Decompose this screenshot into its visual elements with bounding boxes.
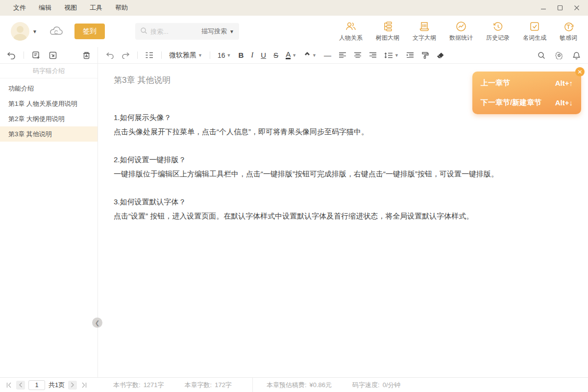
page-navigation: 共1页 <box>0 380 99 390</box>
cloud-sync-icon[interactable] <box>48 25 64 37</box>
chapter-item-1[interactable]: 第1章 人物关系使用说明 <box>0 96 98 111</box>
window-controls <box>536 1 588 14</box>
font-family-select[interactable]: 微软雅黑▼ <box>169 51 202 60</box>
chapter-shortcut-popup: ✕ 上一章节 Alt+↑ 下一章节/新建章节 Alt+↓ <box>472 72 581 114</box>
strikethrough-button[interactable]: S <box>273 51 278 59</box>
font-color-button[interactable]: A▼ <box>286 51 296 59</box>
search-box: 描写搜索 ▼ <box>135 23 239 40</box>
editor-paragraph: 3.如何设置默认字体？ <box>114 195 557 209</box>
menu-edit[interactable]: 编辑 <box>32 3 58 12</box>
font-size-select[interactable]: 16▼ <box>218 51 231 59</box>
search-mode-dropdown[interactable]: 描写搜索 ▼ <box>196 27 234 36</box>
eraser-icon[interactable] <box>436 52 444 59</box>
format-painter-icon[interactable] <box>421 51 429 59</box>
main-area: 码字猫介绍 功能介绍 第1章 人物关系使用说明 第2章 大纲使用说明 第3章 其… <box>0 64 588 377</box>
editor-paragraph: 2.如何设置一键排版？ <box>114 152 557 167</box>
statusbar-stats: 本书字数:1271字 本章字数:172字 本章预估稿费:¥0.86元 码字速度:… <box>113 378 421 392</box>
new-chapter-icon[interactable] <box>32 51 41 60</box>
notification-bell-icon[interactable] <box>573 51 580 59</box>
maximize-icon[interactable] <box>553 1 567 14</box>
page-number-input[interactable] <box>28 380 45 390</box>
chapter-item-2[interactable]: 第2章 大纲使用说明 <box>0 111 98 126</box>
underline-button[interactable]: U <box>261 51 266 59</box>
first-page-icon[interactable] <box>6 382 13 388</box>
avatar[interactable] <box>11 22 29 41</box>
chevron-down-icon: ▼ <box>229 29 234 34</box>
search-icon <box>140 27 147 36</box>
shortcut-key: Alt+↓ <box>555 98 573 107</box>
search-input[interactable] <box>150 28 196 35</box>
titlebar: 文件 编辑 视图 工具 帮助 <box>0 0 588 16</box>
avatar-dropdown-icon[interactable]: ▼ <box>32 29 37 34</box>
line-height-button[interactable]: ▼ <box>384 52 399 59</box>
popup-close-icon[interactable]: ✕ <box>575 67 585 76</box>
book-title: 码字猫介绍 <box>0 64 98 78</box>
last-page-icon[interactable] <box>80 382 87 388</box>
stat-divider <box>252 378 253 392</box>
one-click-typeset-icon[interactable] <box>145 51 154 59</box>
minimize-icon[interactable] <box>536 1 551 14</box>
feature-history[interactable]: 历史记录 <box>486 21 510 42</box>
people-icon <box>345 21 357 32</box>
sidebar-toolbar <box>0 47 98 63</box>
feature-character-relations[interactable]: 人物关系 <box>339 21 363 42</box>
feature-sensitive-words[interactable]: 敏感词 <box>560 21 577 42</box>
menu-view[interactable]: 视图 <box>58 3 83 12</box>
editor-paragraph: 一键排版位于编辑区上方编辑工具栏中，点击“一键排版”按钮可完成排版，右键点击“一… <box>114 167 557 181</box>
feature-text-outline[interactable]: 文字大纲 <box>413 21 436 42</box>
stat-typing-speed: 码字速度:0/分钟 <box>352 381 400 390</box>
stat-chapter-words: 本章字数:172字 <box>185 381 232 390</box>
indent-icon[interactable] <box>406 52 414 58</box>
menu-help[interactable]: 帮助 <box>109 3 134 12</box>
feature-noun-generator[interactable]: 名词生成 <box>523 21 546 42</box>
horizontal-rule-button[interactable]: — <box>324 51 331 59</box>
check-square-icon <box>529 21 540 32</box>
bold-button[interactable]: B <box>238 51 244 59</box>
undo-icon[interactable] <box>106 52 114 59</box>
sign-in-button[interactable]: 签到 <box>74 24 105 39</box>
history-clock-icon <box>492 21 504 32</box>
toolbar: 微软雅黑▼ 16▼ B I U S A▼ ▼ — <box>0 47 588 64</box>
chapter-item-intro[interactable]: 功能介绍 <box>0 81 98 96</box>
feature-statistics[interactable]: 数据统计 <box>449 21 473 42</box>
editor-section: 2.如何设置一键排版？ 一键排版位于编辑区上方编辑工具栏中，点击“一键排版”按钮… <box>114 152 557 181</box>
sidebar-collapse-icon[interactable]: ❮ <box>92 318 102 328</box>
editor-toolbar: 微软雅黑▼ 16▼ B I U S A▼ ▼ — <box>98 47 588 63</box>
menu-file[interactable]: 文件 <box>7 3 32 12</box>
redo-icon[interactable] <box>122 52 130 59</box>
align-left-icon[interactable] <box>339 52 346 58</box>
trash-icon[interactable] <box>82 51 91 60</box>
editor-body: 1.如何展示头像？ 点击头像处展开下拉菜单，点击“个人信息”，即可将青果头像同步… <box>114 110 557 223</box>
popup-row-prev[interactable]: 上一章节 Alt+↑ <box>481 78 573 88</box>
close-icon[interactable] <box>569 1 584 14</box>
back-icon[interactable] <box>7 51 16 59</box>
chart-icon <box>455 21 467 32</box>
feature-buttons: 人物关系 树图大纲 文字大纲 <box>339 21 577 42</box>
popup-row-next[interactable]: 下一章节/新建章节 Alt+↓ <box>481 98 573 107</box>
app-window: 文件 编辑 视图 工具 帮助 ▼ 签到 <box>0 0 588 392</box>
settings-gear-icon[interactable] <box>555 51 563 59</box>
align-center-icon[interactable] <box>354 52 362 58</box>
feature-tree-outline[interactable]: 树图大纲 <box>376 21 399 42</box>
chapter-sidebar: 码字猫介绍 功能介绍 第1章 人物关系使用说明 第2章 大纲使用说明 第3章 其… <box>0 64 98 377</box>
prev-page-icon[interactable] <box>16 381 25 390</box>
next-page-icon[interactable] <box>68 381 77 390</box>
sensitive-word-icon <box>563 21 574 32</box>
editor-paragraph: 点击“设置” 按钮，进入设置页面。在默认字体样式中设置默认字体及首行缩进状态，将… <box>114 209 557 223</box>
highlight-color-button[interactable]: ▼ <box>304 52 317 58</box>
header: ▼ 签到 描写搜索 ▼ <box>0 16 588 47</box>
editor-content[interactable]: 第3章 其他说明 1.如何展示头像？ 点击头像处展开下拉菜单，点击“个人信息”，… <box>98 64 588 377</box>
editor-search-icon[interactable] <box>538 51 545 59</box>
italic-button[interactable]: I <box>251 51 253 59</box>
chapter-list: 功能介绍 第1章 人物关系使用说明 第2章 大纲使用说明 第3章 其他说明 <box>0 81 98 142</box>
scroll-icon <box>418 21 430 32</box>
menu-tools[interactable]: 工具 <box>83 3 109 12</box>
align-right-icon[interactable] <box>369 52 377 58</box>
chapter-item-3-active[interactable]: 第3章 其他说明 <box>0 126 98 142</box>
tree-outline-icon <box>382 21 393 32</box>
shortcut-key: Alt+↑ <box>555 79 573 87</box>
editor-paragraph: 点击头像处展开下拉菜单，点击“个人信息”，即可将青果头像同步至码字猫中。 <box>114 124 557 139</box>
editor-toolbar-right <box>538 51 580 59</box>
import-icon[interactable] <box>49 51 57 60</box>
page-total: 共1页 <box>49 381 65 390</box>
